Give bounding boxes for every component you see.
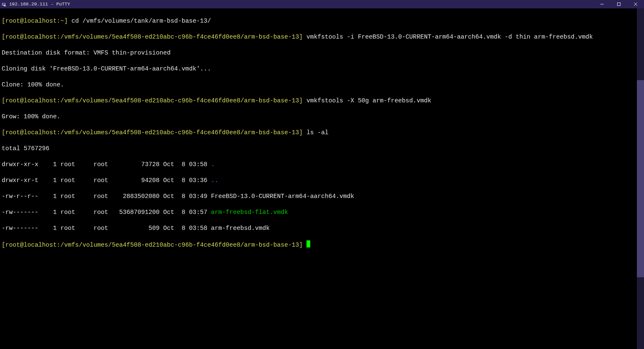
ls-row: -rw------- 1 root root 53687091200 Oct 8… bbox=[2, 208, 635, 216]
titlebar-left: 192.168.20.111 - PuTTY bbox=[2, 2, 70, 7]
command-text: ls -al bbox=[303, 129, 328, 136]
svg-rect-4 bbox=[618, 3, 621, 6]
command-text: vmkfstools -X 50g arm-freebsd.vmdk bbox=[303, 97, 431, 104]
term-line: [root@localhost:/vmfs/volumes/5ea4f508-e… bbox=[2, 129, 635, 137]
term-line: Grow: 100% done. bbox=[2, 113, 635, 121]
ls-row: drwxr-xr-x 1 root root 73728 Oct 8 03:58… bbox=[2, 161, 635, 169]
ls-cols: drwxr-xr-x 1 root root 73728 Oct 8 03:58 bbox=[2, 161, 211, 168]
prompt: [root@localhost:/vmfs/volumes/5ea4f508-e… bbox=[2, 242, 303, 248]
prompt: [root@localhost:/vmfs/volumes/5ea4f508-e… bbox=[2, 129, 303, 136]
term-line: Clone: 100% done. bbox=[2, 81, 635, 89]
svg-rect-1 bbox=[3, 3, 5, 5]
ls-cols: drwxr-xr-t 1 root root 94208 Oct 8 03:36 bbox=[2, 177, 211, 184]
ls-dir-name: . bbox=[211, 161, 215, 168]
term-line: [root@localhost:/vmfs/volumes/5ea4f508-e… bbox=[2, 240, 635, 249]
prompt: [root@localhost:/vmfs/volumes/5ea4f508-e… bbox=[2, 97, 303, 104]
ls-row: drwxr-xr-t 1 root root 94208 Oct 8 03:36… bbox=[2, 177, 635, 185]
ls-cols: -rw------- 1 root root 53687091200 Oct 8… bbox=[2, 209, 211, 216]
close-button[interactable] bbox=[627, 0, 644, 8]
ls-row: -rw-r--r-- 1 root root 2883502080 Oct 8 … bbox=[2, 193, 635, 201]
prompt: [root@localhost:~] bbox=[2, 18, 68, 24]
window-title: 192.168.20.111 - PuTTY bbox=[9, 2, 70, 7]
cursor-block bbox=[306, 240, 310, 247]
svg-rect-2 bbox=[4, 5, 6, 6]
term-line: Cloning disk 'FreeBSD-13.0-CURRENT-arm64… bbox=[2, 65, 635, 73]
space bbox=[303, 242, 306, 248]
ls-row: -rw------- 1 root root 509 Oct 8 03:58 a… bbox=[2, 224, 635, 232]
term-line: [root@localhost:/vmfs/volumes/5ea4f508-e… bbox=[2, 33, 635, 41]
term-line: [root@localhost:~] cd /vmfs/volumes/tank… bbox=[2, 17, 635, 25]
term-line: total 5767296 bbox=[2, 145, 635, 153]
ls-dir-name: .. bbox=[211, 177, 218, 184]
term-line: Destination disk format: VMFS thin-provi… bbox=[2, 49, 635, 57]
command-text: vmkfstools -i FreeBSD-13.0-CURRENT-arm64… bbox=[303, 34, 593, 40]
window-titlebar: 192.168.20.111 - PuTTY bbox=[0, 0, 644, 8]
minimize-button[interactable] bbox=[594, 0, 610, 8]
prompt: [root@localhost:/vmfs/volumes/5ea4f508-e… bbox=[2, 34, 303, 40]
command-text: cd /vmfs/volumes/tank/arm-bsd-base-13/ bbox=[68, 18, 211, 24]
scrollbar[interactable] bbox=[637, 8, 644, 349]
term-line: [root@localhost:/vmfs/volumes/5ea4f508-e… bbox=[2, 97, 635, 105]
terminal-container: [root@localhost:~] cd /vmfs/volumes/tank… bbox=[0, 8, 644, 349]
maximize-button[interactable] bbox=[610, 0, 627, 8]
scrollbar-thumb[interactable] bbox=[637, 80, 644, 278]
terminal-output[interactable]: [root@localhost:~] cd /vmfs/volumes/tank… bbox=[0, 8, 637, 349]
putty-icon bbox=[2, 2, 7, 7]
ls-file-name: arm-freebsd-flat.vmdk bbox=[211, 209, 288, 216]
window-buttons bbox=[594, 0, 644, 8]
